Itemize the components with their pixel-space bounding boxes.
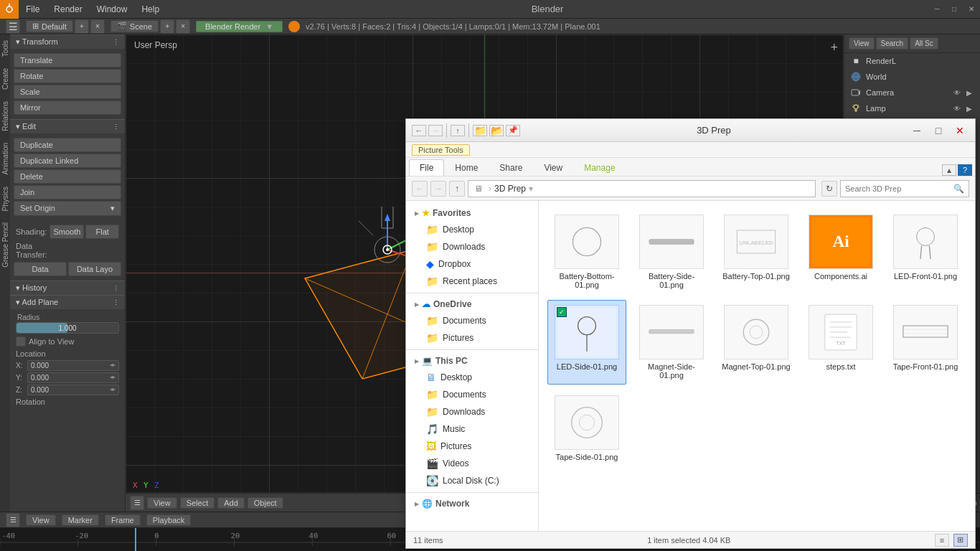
radius-slider[interactable]: 1.000 xyxy=(16,322,119,334)
nav-pc-pictures[interactable]: 🖼 Pictures xyxy=(406,438,538,455)
camera-restrict-render-icon[interactable]: 👁 xyxy=(951,88,963,98)
join-button[interactable]: Join xyxy=(14,185,121,199)
search-tab-btn[interactable]: Search xyxy=(876,37,909,50)
timeline-frame-btn[interactable]: Frame xyxy=(105,514,141,526)
align-to-view-checkbox[interactable] xyxy=(16,336,26,347)
translate-button[interactable]: Translate xyxy=(14,53,121,67)
relations-tab[interactable]: Relations xyxy=(0,95,10,137)
add-plane-section-header[interactable]: ▾ Add Plane ⋮ xyxy=(10,295,125,309)
transform-section-header[interactable]: ▾ Transform ⋮ xyxy=(10,34,125,49)
tab-file[interactable]: File xyxy=(409,159,444,176)
physics-tab[interactable]: Physics xyxy=(0,181,10,217)
blender-logo-icon[interactable] xyxy=(0,0,19,19)
viewport-view-btn[interactable]: View xyxy=(147,497,177,509)
scale-button[interactable]: Scale xyxy=(14,85,121,99)
minimize-button[interactable]: ─ xyxy=(928,1,946,17)
nav-dropbox[interactable]: ◆ Dropbox xyxy=(406,255,538,273)
new-folder-icon[interactable]: 📂 xyxy=(489,125,504,136)
workspace-type-btn[interactable]: ⊞Default xyxy=(26,20,73,32)
search-icon[interactable]: 🔍 xyxy=(953,184,964,194)
menu-window[interactable]: Window xyxy=(90,0,135,19)
data-button[interactable]: Data xyxy=(14,262,67,276)
nav-back-btn[interactable]: ← xyxy=(412,181,428,197)
scene-camera-item[interactable]: Camera 👁 ▶ xyxy=(844,85,980,100)
tab-home[interactable]: Home xyxy=(444,159,489,176)
forward-icon[interactable]: → xyxy=(428,125,443,136)
network-section[interactable]: ▸ 🌐 Network xyxy=(406,496,538,512)
delete-button[interactable]: Delete xyxy=(14,169,121,184)
history-section-header[interactable]: ▾ History ⋮ xyxy=(10,281,125,295)
menu-help[interactable]: Help xyxy=(134,0,166,19)
remove-scene-btn[interactable]: × xyxy=(176,19,190,34)
duplicate-linked-button[interactable]: Duplicate Linked xyxy=(14,154,121,168)
list-item[interactable]: LED-Front-01.png xyxy=(886,209,965,294)
list-item[interactable]: Magnet-Side-01.png xyxy=(632,300,711,385)
global-menu-icon[interactable]: ☰ xyxy=(6,19,20,34)
list-item[interactable]: ✓ LED-Side-01.png xyxy=(547,300,626,385)
tools-tab[interactable]: Tools xyxy=(0,34,10,62)
up-folder-icon[interactable]: ↑ xyxy=(451,125,465,136)
maximize-button[interactable]: □ xyxy=(946,1,963,17)
all-sc-tab-btn[interactable]: All Sc xyxy=(910,37,938,50)
camera-action-icon[interactable]: ▶ xyxy=(964,88,974,98)
timeline-view-btn[interactable]: View xyxy=(26,514,56,526)
menu-file[interactable]: File xyxy=(19,0,47,19)
remove-workspace-btn[interactable]: × xyxy=(90,19,105,34)
scene-type-btn[interactable]: 🎬Scene xyxy=(110,20,159,32)
nav-downloads-favorites[interactable]: 📁 Downloads xyxy=(406,238,538,255)
list-item[interactable]: Tape-Front-01.png xyxy=(886,300,965,385)
create-tab[interactable]: Create xyxy=(0,62,10,95)
tab-share[interactable]: Share xyxy=(489,159,533,176)
large-icons-view-btn[interactable]: ⊞ xyxy=(953,534,968,547)
viewport-add-btn[interactable]: Add xyxy=(217,497,245,509)
fe-maximize-button[interactable]: □ xyxy=(929,123,948,138)
list-item[interactable]: UNLABELED Battery-Top-01.png xyxy=(717,209,796,294)
pin-icon[interactable]: 📌 xyxy=(506,125,520,136)
fe-close-button[interactable]: ✕ xyxy=(951,123,969,138)
this-pc-section[interactable]: ▸ 💻 This PC xyxy=(406,353,538,369)
timeline-marker-btn[interactable]: Marker xyxy=(62,514,99,526)
edit-section-header[interactable]: ▾ Edit ⋮ xyxy=(10,119,125,133)
onedrive-section[interactable]: ▸ ☁ OneDrive xyxy=(406,296,538,312)
list-item[interactable]: Battery-Side-01.png xyxy=(632,209,711,294)
render-engine-btn[interactable]: Blender Render ▼ xyxy=(196,21,283,32)
nav-desktop-favorites[interactable]: 📁 Desktop xyxy=(406,221,538,238)
lamp-restrict-render-icon[interactable]: 👁 xyxy=(951,104,963,113)
nav-onedrive-pictures[interactable]: 📁 Pictures xyxy=(406,329,538,347)
list-item[interactable]: Ai Components.ai xyxy=(801,209,880,294)
timeline-playback-btn[interactable]: Playback xyxy=(146,514,192,526)
list-item[interactable]: Magnet-Top-01.png xyxy=(717,300,796,385)
z-field[interactable]: 0.000 ◂▸ xyxy=(27,385,119,395)
lamp-action-icon[interactable]: ▶ xyxy=(964,104,974,113)
view-tab-btn[interactable]: View xyxy=(849,37,875,50)
add-scene-btn[interactable]: + xyxy=(160,19,174,34)
ribbon-collapse-icon[interactable]: ▲ xyxy=(942,164,956,176)
nav-forward-btn[interactable]: → xyxy=(430,181,446,197)
mirror-button[interactable]: Mirror xyxy=(14,100,121,115)
scene-lamp-item[interactable]: Lamp 👁 ▶ xyxy=(844,100,980,116)
address-bar[interactable]: 🖥 › 3D Prep ▾ xyxy=(468,180,816,197)
search-input[interactable] xyxy=(845,184,951,193)
duplicate-button[interactable]: Duplicate xyxy=(14,138,121,152)
nav-onedrive-documents[interactable]: 📁 Documents xyxy=(406,312,538,329)
menu-render[interactable]: Render xyxy=(47,0,89,19)
nav-recent-places[interactable]: 📁 Recent places xyxy=(406,273,538,290)
animation-tab[interactable]: Animation xyxy=(0,137,10,180)
viewport-add-icon[interactable]: + xyxy=(830,40,838,55)
nav-pc-videos[interactable]: 🎬 Videos xyxy=(406,455,538,472)
rotate-button[interactable]: Rotate xyxy=(14,69,121,83)
list-item[interactable]: TXT steps.txt xyxy=(801,300,880,385)
y-field[interactable]: 0.000 ◂▸ xyxy=(27,372,119,383)
viewport-menu-icon[interactable]: ☰ xyxy=(130,496,144,510)
tab-manage[interactable]: Manage xyxy=(573,159,626,176)
nav-pc-local-disk[interactable]: 💽 Local Disk (C:) xyxy=(406,472,538,489)
nav-pc-downloads[interactable]: 📁 Downloads xyxy=(406,403,538,420)
scene-render-item[interactable]: ■ RenderL xyxy=(844,53,980,69)
nav-pc-music[interactable]: 🎵 Music xyxy=(406,420,538,438)
close-button[interactable]: ✕ xyxy=(963,1,980,17)
list-item[interactable]: Battery-Bottom-01.png xyxy=(547,209,626,294)
flat-button[interactable]: Flat xyxy=(85,225,119,239)
ribbon-help-icon[interactable]: ? xyxy=(958,164,972,176)
favorites-section[interactable]: ▸ ★ Favorites xyxy=(406,205,538,221)
list-item[interactable]: Tape-Side-01.png xyxy=(547,390,626,466)
